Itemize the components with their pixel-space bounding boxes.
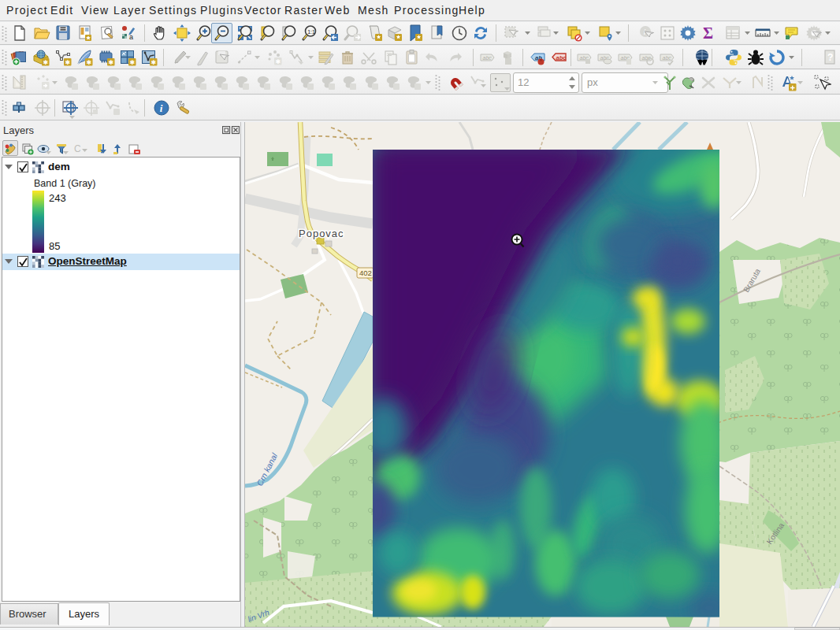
svg-text:1:1: 1:1 bbox=[307, 29, 315, 35]
svg-text:✱: ✱ bbox=[109, 59, 114, 66]
svg-text:✱: ✱ bbox=[151, 59, 157, 66]
svg-text:C: C bbox=[74, 143, 81, 154]
svg-text:i: i bbox=[160, 102, 163, 114]
svg-text:✱: ✱ bbox=[276, 58, 281, 65]
svg-text:Σ: Σ bbox=[703, 24, 713, 42]
svg-text:?: ? bbox=[827, 52, 833, 63]
svg-text:✱: ✱ bbox=[65, 59, 71, 66]
svg-text:402: 402 bbox=[359, 269, 372, 277]
svg-text:abc: abc bbox=[663, 55, 672, 61]
svg-text:✱: ✱ bbox=[130, 59, 136, 66]
svg-text:✱: ✱ bbox=[87, 59, 92, 66]
svg-text:a: a bbox=[129, 33, 133, 41]
svg-text:Popovac: Popovac bbox=[299, 228, 344, 239]
svg-text:✱: ✱ bbox=[43, 59, 49, 66]
svg-text:abc: abc bbox=[556, 54, 567, 61]
svg-text:abc: abc bbox=[483, 55, 492, 61]
